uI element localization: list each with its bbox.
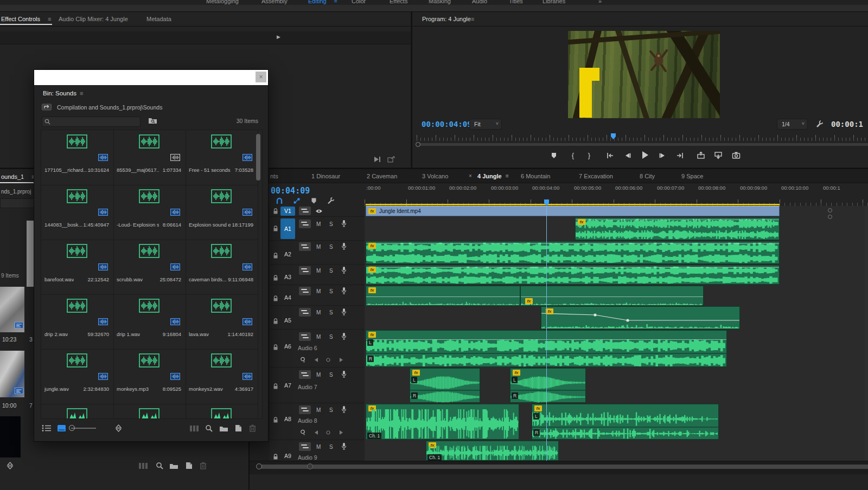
step-back-icon[interactable]: [624, 152, 631, 159]
new-item-icon[interactable]: [185, 462, 193, 469]
bin-item[interactable]: 177105__richard... 10:31624: [41, 130, 114, 185]
bin-item[interactable]: lava.wav 1:14:40192: [186, 294, 258, 350]
keyframe-icon[interactable]: [326, 358, 330, 362]
prev-keyframe-icon[interactable]: [314, 430, 318, 435]
voiceover-mic-icon[interactable]: [341, 287, 347, 294]
workspace-tab-titles[interactable]: Titles: [509, 0, 523, 4]
track-id-a7[interactable]: A7: [280, 382, 295, 389]
window-close-button[interactable]: ×: [256, 72, 266, 82]
workspace-overflow-icon[interactable]: »: [598, 0, 602, 4]
snap-icon[interactable]: [276, 197, 283, 204]
bin-item[interactable]: caveman birds... 9:11:06948: [186, 240, 258, 295]
playhead-line[interactable]: [546, 206, 547, 461]
bin-search-input[interactable]: [52, 117, 140, 126]
lock-icon[interactable]: [273, 454, 278, 460]
prev-keyframe-icon[interactable]: [314, 358, 318, 362]
find-icon[interactable]: [205, 424, 213, 432]
sequence-tab-caveman[interactable]: 2 Caveman: [367, 173, 397, 179]
zoom-slider-handle[interactable]: [69, 425, 75, 431]
audio-clip-a8-2[interactable]: fx L R: [532, 404, 719, 440]
bin-item[interactable]: -Loud- Explosion s... 8:06614: [113, 185, 186, 240]
new-search-bin-icon[interactable]: [148, 117, 157, 124]
new-bin-icon[interactable]: [219, 425, 228, 432]
horizontal-scrollbar-handle[interactable]: [256, 463, 262, 469]
navigate-up-icon[interactable]: [42, 103, 52, 111]
workspace-tab-masking[interactable]: Masking: [429, 0, 451, 4]
go-to-out-icon[interactable]: [676, 152, 684, 159]
voiceover-mic-icon[interactable]: [341, 332, 347, 340]
mute-button[interactable]: M: [316, 244, 321, 250]
voiceover-mic-icon[interactable]: [341, 242, 347, 250]
workspace-tab-audio[interactable]: Audio: [472, 0, 487, 4]
mute-button[interactable]: M: [316, 221, 321, 227]
floating-window-titlebar[interactable]: ×: [34, 70, 268, 85]
bin-grid-scrollbar[interactable]: [256, 134, 260, 180]
audio-clip-a9[interactable]: fx Ch. 1: [426, 441, 559, 461]
timeline-ruler[interactable]: :00:00 00:00:01:00 00:00:02:00 00:00:03:…: [365, 184, 868, 206]
add-keyframe-icon[interactable]: [300, 429, 305, 435]
mute-button[interactable]: M: [316, 268, 321, 274]
mute-button[interactable]: M: [316, 334, 321, 340]
bin-item[interactable]: barefoot.wav 22:12542: [41, 240, 114, 295]
lock-icon[interactable]: [273, 295, 278, 302]
bin-item[interactable]: [41, 404, 114, 419]
in-out-range-bar[interactable]: [366, 204, 780, 205]
sequence-tab-mountain[interactable]: 6 Mountain: [521, 173, 550, 179]
tab-program-monitor[interactable]: Program: 4 Jungle: [422, 16, 471, 22]
close-icon[interactable]: ×: [469, 173, 472, 179]
voiceover-mic-icon[interactable]: [341, 442, 347, 450]
track-id-a3[interactable]: A3: [280, 274, 295, 280]
workspace-tab-libraries[interactable]: Libraries: [542, 0, 565, 4]
fx-badge[interactable]: fx: [368, 267, 376, 273]
fx-badge[interactable]: fx: [534, 405, 542, 411]
add-marker-icon[interactable]: [550, 152, 558, 159]
mute-button[interactable]: M: [316, 288, 321, 294]
track-name-a9[interactable]: Audio 9: [298, 454, 317, 461]
vertical-scrollbar-handle-bottom[interactable]: [828, 215, 832, 219]
solo-button[interactable]: S: [329, 334, 333, 340]
voiceover-mic-icon[interactable]: [341, 370, 347, 378]
source-patch-icon[interactable]: [299, 405, 311, 414]
audio-clip-a2[interactable]: fx: [366, 241, 780, 264]
solo-button[interactable]: S: [329, 407, 333, 413]
timeline-settings-wrench-icon[interactable]: [327, 197, 335, 205]
volume-keyframe-line[interactable]: [541, 307, 739, 328]
program-ruler[interactable]: [417, 132, 868, 141]
mute-button[interactable]: M: [316, 310, 321, 315]
bin-item[interactable]: 144083__bosk... 1:45:40947: [41, 185, 114, 240]
track-target-v1[interactable]: V1: [280, 207, 295, 216]
sequence-tab-city[interactable]: 8 City: [640, 173, 655, 179]
voiceover-mic-icon[interactable]: [341, 308, 347, 315]
timeline-timecode[interactable]: 00:04:09: [271, 186, 310, 196]
track-id-a2[interactable]: A2: [280, 251, 295, 257]
tab-effect-controls[interactable]: Effect Controls: [1, 16, 40, 22]
audio-clip-a5[interactable]: fx: [541, 306, 740, 329]
fx-badge[interactable]: fx: [525, 298, 533, 304]
settings-wrench-icon[interactable]: [815, 120, 824, 128]
lock-icon[interactable]: [273, 417, 278, 423]
list-view-icon[interactable]: [42, 424, 52, 432]
panel-menu-icon[interactable]: ≡: [48, 16, 51, 22]
source-patch-icon[interactable]: [299, 442, 311, 451]
vertical-scrollbar-handle-top[interactable]: [828, 208, 832, 212]
extract-icon[interactable]: [714, 151, 723, 159]
workspace-tab-assembly[interactable]: Assembly: [261, 0, 288, 4]
source-patch-icon[interactable]: [299, 266, 311, 275]
find-icon[interactable]: [156, 462, 163, 469]
lock-icon[interactable]: [273, 208, 278, 215]
bin-item[interactable]: 85539__maj0617... 1:07334: [113, 130, 186, 185]
sequence-tab-excavation[interactable]: 7 Excavation: [579, 173, 613, 179]
lock-icon[interactable]: [273, 383, 278, 390]
vertical-scrollbar-track[interactable]: [865, 206, 868, 461]
fx-badge[interactable]: fx: [368, 208, 376, 214]
next-keyframe-icon[interactable]: [339, 358, 343, 362]
lock-icon[interactable]: [273, 318, 278, 325]
track-target-a1[interactable]: A1: [280, 218, 295, 239]
audio-clip-a7-1[interactable]: fx L R: [410, 368, 480, 403]
source-patch-icon[interactable]: [299, 242, 311, 251]
tab-audio-clip-mixer[interactable]: Audio Clip Mixer: 4 Jungle: [59, 16, 128, 22]
export-frame-camera-icon[interactable]: [732, 151, 741, 159]
horizontal-scrollbar-handle2[interactable]: [307, 463, 313, 469]
clip-jungle-ident[interactable]: fx Jungle Ident.mp4: [366, 206, 780, 216]
bin-item[interactable]: monkeys.mp3 8:09525: [113, 349, 186, 404]
